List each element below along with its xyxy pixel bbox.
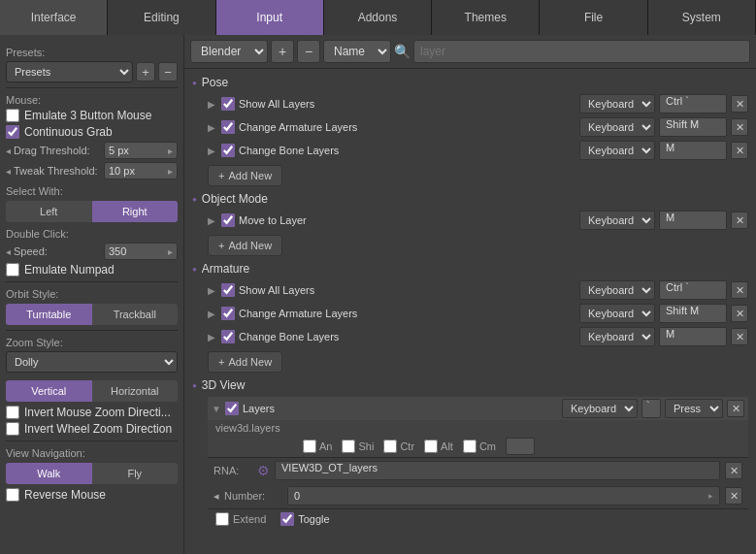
arm-change-armature-cb[interactable]	[221, 307, 235, 320]
zoom-horizontal-btn[interactable]: Horizontal	[92, 380, 179, 402]
mod-shi-cb[interactable]	[342, 440, 355, 453]
arm-change-bone-key[interactable]: M	[659, 327, 727, 346]
pose-change-armature-key[interactable]: Shift M	[659, 117, 727, 137]
mod-an-cb[interactable]	[303, 440, 316, 453]
invert-mouse-zoom-checkbox[interactable]	[6, 406, 19, 419]
pose-add-new-btn[interactable]: + Add New	[208, 165, 282, 186]
tab-input[interactable]: Input	[216, 0, 324, 35]
arm-change-bone-cb[interactable]	[221, 330, 235, 343]
extend-cb[interactable]	[215, 512, 229, 526]
expand-icon[interactable]: ▶	[208, 122, 217, 133]
toggle-cb[interactable]	[280, 512, 294, 526]
objmode-move-layer-cb[interactable]	[221, 213, 235, 227]
reverse-mouse-checkbox[interactable]	[6, 488, 19, 502]
arm-change-bone-close[interactable]: ✕	[731, 328, 748, 345]
pose-change-armature-cb[interactable]	[221, 120, 235, 134]
rna-clear-btn[interactable]: ✕	[725, 462, 742, 479]
select-left-btn[interactable]: Left	[6, 201, 92, 222]
expand-icon[interactable]: ▶	[208, 285, 217, 296]
tab-interface[interactable]: Interface	[0, 0, 108, 35]
pose-show-layers-cb[interactable]	[221, 97, 235, 111]
drag-threshold-control[interactable]: 5 px ▸	[104, 142, 178, 159]
presets-select[interactable]: Presets	[6, 61, 133, 82]
keybind-remove-btn[interactable]: −	[297, 40, 320, 63]
pose-change-bone-cb[interactable]	[221, 144, 235, 157]
emulate-numpad-checkbox[interactable]	[6, 263, 19, 277]
toggle-label: Toggle	[298, 513, 329, 525]
continuous-grab-checkbox[interactable]	[6, 125, 19, 139]
arm-show-layers-key[interactable]: Ctrl `	[659, 280, 727, 300]
zoom-style-select[interactable]: Dolly	[6, 351, 178, 373]
speed-control[interactable]: 350 ▸	[104, 243, 178, 260]
arm-show-layers-cb[interactable]	[221, 283, 235, 297]
objmode-add-new-btn[interactable]: + Add New	[208, 235, 282, 256]
arm-change-armature-key[interactable]: Shift M	[659, 304, 727, 323]
pose-change-bone-type[interactable]: Keyboard	[579, 141, 655, 160]
presets-add-btn[interactable]: +	[136, 62, 155, 81]
pose-show-layers-key[interactable]: Ctrl `	[659, 94, 727, 114]
presets-remove-btn[interactable]: −	[158, 62, 178, 81]
expand-icon[interactable]: ▶	[208, 309, 217, 319]
mod-extra-field[interactable]	[506, 438, 535, 455]
view3d-layers-cb[interactable]	[225, 402, 239, 415]
object-mode-group-header[interactable]: ● Object Mode	[188, 189, 752, 209]
arm-change-bone-type[interactable]: Keyboard	[579, 327, 655, 346]
expand-icon[interactable]: ▶	[208, 332, 217, 342]
select-right-btn[interactable]: Right	[92, 201, 179, 222]
search-input[interactable]	[413, 40, 750, 63]
expand-icon[interactable]: ▶	[208, 146, 217, 156]
zoom-vertical-btn[interactable]: Vertical	[6, 380, 92, 402]
tab-file[interactable]: File	[540, 0, 647, 35]
mod-ctr-cb[interactable]	[383, 440, 397, 453]
objmode-move-layer-row: ▶ Move to Layer Keyboard M ✕	[188, 209, 752, 232]
mod-cm-cb[interactable]	[463, 440, 477, 453]
objmode-move-layer-key[interactable]: M	[659, 211, 727, 230]
number-clear-btn[interactable]: ✕	[725, 487, 742, 505]
keybind-name-select[interactable]: Name	[323, 40, 391, 63]
number-field[interactable]: 0 ▸	[287, 486, 720, 505]
view3d-group-header[interactable]: ● 3D View	[188, 375, 752, 395]
tab-system[interactable]: System	[648, 0, 756, 35]
view3d-layers-type[interactable]: Keyboard	[562, 399, 638, 418]
arm-change-armature-close[interactable]: ✕	[731, 305, 748, 322]
objmode-move-layer-close[interactable]: ✕	[731, 212, 748, 229]
tab-addons[interactable]: Addons	[324, 0, 432, 35]
pose-show-layers-type[interactable]: Keyboard	[579, 94, 655, 114]
trackball-btn[interactable]: Trackball	[92, 304, 179, 325]
view3d-layers-press[interactable]: Press	[665, 399, 723, 418]
expand-icon[interactable]: ▶	[208, 215, 217, 226]
emulate-numpad-label: Emulate Numpad	[24, 263, 115, 277]
add-new-label: Add New	[228, 356, 272, 368]
tab-editing[interactable]: Editing	[108, 0, 215, 35]
mouse-label: Mouse:	[6, 94, 178, 106]
pose-change-bone-key[interactable]: M	[659, 141, 727, 160]
rna-value[interactable]: VIEW3D_OT_layers	[275, 461, 720, 480]
fly-btn[interactable]: Fly	[92, 463, 179, 484]
view3d-expand-icon[interactable]: ▼	[212, 404, 221, 414]
pose-group-header[interactable]: ● Pose	[188, 73, 752, 92]
arm-change-armature-type[interactable]: Keyboard	[579, 304, 655, 323]
turntable-btn[interactable]: Turntable	[6, 304, 92, 325]
arm-add-new-btn[interactable]: + Add New	[208, 351, 282, 373]
arm-show-layers-close[interactable]: ✕	[731, 281, 748, 299]
view3d-layers-key[interactable]: `	[641, 399, 661, 418]
tab-themes[interactable]: Themes	[432, 0, 540, 35]
keybind-add-btn[interactable]: +	[271, 40, 294, 63]
view3d-layers-close[interactable]: ✕	[727, 400, 744, 417]
arm-show-layers-type[interactable]: Keyboard	[579, 280, 655, 300]
pose-change-bone-close[interactable]: ✕	[731, 142, 748, 159]
invert-wheel-zoom-checkbox[interactable]	[6, 422, 19, 436]
pose-change-armature-type[interactable]: Keyboard	[579, 117, 655, 137]
keybind-preset-select[interactable]: Blender	[190, 40, 268, 63]
expand-icon[interactable]: ▶	[208, 99, 217, 110]
tweak-threshold-control[interactable]: 10 px ▸	[104, 162, 178, 179]
arm-add-new-row: + Add New	[188, 348, 752, 375]
emulate-3btn-checkbox[interactable]	[6, 109, 19, 122]
objmode-move-layer-type[interactable]: Keyboard	[579, 211, 655, 230]
armature-group-header[interactable]: ● Armature	[188, 259, 752, 278]
pose-show-layers-close[interactable]: ✕	[731, 95, 748, 113]
mod-alt-cb[interactable]	[424, 440, 438, 453]
search-icon: 🔍	[394, 44, 411, 59]
pose-change-armature-close[interactable]: ✕	[731, 118, 748, 136]
walk-btn[interactable]: Walk	[6, 463, 92, 484]
